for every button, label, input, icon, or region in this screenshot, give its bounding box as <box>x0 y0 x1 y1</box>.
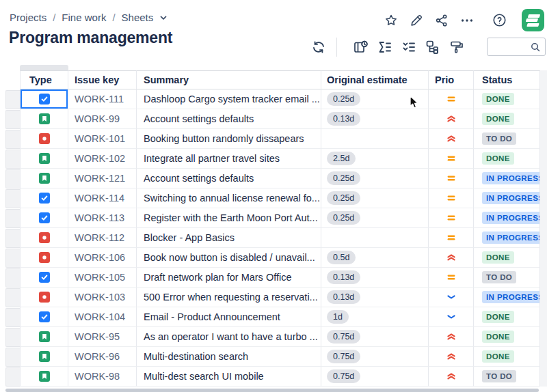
row-handle[interactable] <box>5 229 20 248</box>
cell-type[interactable] <box>20 129 68 149</box>
column-header-type[interactable]: Type <box>20 70 68 89</box>
cell-priority[interactable] <box>429 89 474 109</box>
cell-issue-key[interactable]: WORK-104 <box>68 307 137 327</box>
cell-issue-key[interactable]: WORK-96 <box>68 347 137 367</box>
chevron-down-icon[interactable] <box>158 12 169 23</box>
cell-status[interactable]: IN PROGRESS <box>474 288 540 307</box>
cell-summary[interactable]: Account settings defaults <box>137 169 321 188</box>
more-icon[interactable] <box>459 12 475 29</box>
cell-type[interactable] <box>20 268 68 288</box>
cell-issue-key[interactable]: WORK-95 <box>68 327 137 347</box>
cell-summary[interactable]: Integrate all partner travel sites <box>137 149 321 169</box>
row-handle[interactable] <box>5 90 20 109</box>
share-icon[interactable] <box>433 12 450 29</box>
column-header-summary[interactable]: Summary <box>137 70 321 89</box>
cell-priority[interactable] <box>429 268 474 288</box>
cell-status[interactable]: IN PROGRESS <box>474 188 540 208</box>
row-handle[interactable] <box>5 249 20 268</box>
cell-status[interactable]: DONE <box>474 307 540 327</box>
cell-type[interactable] <box>20 347 68 367</box>
column-header-original-estimate[interactable]: Original estimate <box>321 70 429 89</box>
cell-original-estimate[interactable]: 0.25d <box>321 169 429 188</box>
column-header-prio[interactable]: Prio <box>429 70 474 89</box>
breadcrumb-projects[interactable]: Projects <box>10 12 46 23</box>
cell-type[interactable] <box>20 248 68 268</box>
cell-type[interactable] <box>20 367 68 387</box>
star-icon[interactable] <box>383 12 399 29</box>
cell-type[interactable] <box>20 109 68 129</box>
checklist-icon[interactable] <box>401 39 417 55</box>
row-handle[interactable] <box>5 308 20 327</box>
cell-summary[interactable]: Email - Product Announcement <box>137 307 321 327</box>
cell-status[interactable]: TO DO <box>474 268 540 288</box>
cell-summary[interactable]: Dashloop Cargo system tracker email ... <box>137 89 321 109</box>
cell-priority[interactable] <box>429 129 474 149</box>
cell-priority[interactable] <box>429 149 474 169</box>
cell-summary[interactable]: Blocker - App Basics <box>137 228 321 248</box>
row-handle[interactable] <box>5 288 20 307</box>
hierarchy-icon[interactable] <box>425 39 441 55</box>
row-handle[interactable] <box>5 209 20 228</box>
cell-summary[interactable]: Account settings defaults <box>137 109 321 129</box>
cell-summary[interactable]: Booking button randomly dissapears <box>137 129 321 149</box>
cell-original-estimate[interactable]: 0.13d <box>321 288 429 307</box>
cell-original-estimate[interactable]: 0.5d <box>321 248 429 268</box>
cell-priority[interactable] <box>429 347 474 367</box>
breadcrumb-fine-work[interactable]: Fine work <box>62 12 106 23</box>
cell-status[interactable]: IN PROGRESS <box>474 208 540 228</box>
cell-type[interactable] <box>20 188 68 208</box>
cell-type[interactable] <box>20 208 68 228</box>
cell-issue-key[interactable]: WORK-111 <box>68 89 137 109</box>
cell-type[interactable] <box>20 149 68 169</box>
refresh-icon[interactable] <box>310 39 327 55</box>
cell-issue-key[interactable]: WORK-103 <box>68 288 137 307</box>
cell-status[interactable]: TO DO <box>474 367 540 387</box>
cell-original-estimate[interactable]: 0.25d <box>321 188 429 208</box>
cell-original-estimate[interactable]: 0.13d <box>321 109 429 129</box>
cell-priority[interactable] <box>429 367 474 387</box>
cell-status[interactable]: IN PROGRESS <box>474 169 540 188</box>
cell-type[interactable] <box>20 307 68 327</box>
cell-issue-key[interactable]: WORK-106 <box>68 248 137 268</box>
cell-original-estimate[interactable]: 0.25d <box>321 208 429 228</box>
cell-priority[interactable] <box>429 288 474 307</box>
row-handle[interactable] <box>5 110 20 129</box>
cell-summary[interactable]: 500 Error when requesting a reservati... <box>137 288 321 307</box>
cell-issue-key[interactable]: WORK-101 <box>68 129 137 149</box>
cell-issue-key[interactable]: WORK-112 <box>68 228 137 248</box>
cell-status[interactable]: IN PROGRESS <box>474 228 540 248</box>
cell-priority[interactable] <box>429 188 474 208</box>
cell-summary[interactable]: Switching to annual license renewal fo..… <box>137 188 321 208</box>
app-logo[interactable] <box>522 9 544 31</box>
row-handle[interactable] <box>5 328 20 347</box>
cell-type[interactable] <box>20 327 68 347</box>
row-handle[interactable] <box>5 130 20 149</box>
edit-icon[interactable] <box>408 12 425 29</box>
vertical-scrollbar[interactable] <box>540 70 547 387</box>
cell-status[interactable]: TO DO <box>474 129 540 149</box>
cell-type[interactable] <box>20 169 68 188</box>
cell-summary[interactable]: Draft network plan for Mars Office <box>137 268 321 288</box>
cell-type[interactable] <box>20 228 68 248</box>
cell-original-estimate[interactable] <box>321 228 429 248</box>
cell-issue-key[interactable]: WORK-113 <box>68 208 137 228</box>
cell-status[interactable]: DONE <box>474 327 540 347</box>
cell-original-estimate[interactable]: 0.13d <box>321 268 429 288</box>
cell-issue-key[interactable]: WORK-114 <box>68 188 137 208</box>
cell-issue-key[interactable]: WORK-102 <box>68 149 137 169</box>
cell-original-estimate[interactable] <box>321 129 429 149</box>
cell-original-estimate[interactable]: 0.75d <box>321 347 429 367</box>
details-clock-icon[interactable] <box>353 39 369 55</box>
cell-priority[interactable] <box>429 208 474 228</box>
row-handle[interactable] <box>5 367 20 387</box>
cell-original-estimate[interactable]: 1d <box>321 307 429 327</box>
cell-priority[interactable] <box>429 109 474 129</box>
column-header-status[interactable]: Status <box>474 70 540 89</box>
cell-summary[interactable]: Multi-dest search UI mobile <box>137 367 321 387</box>
cell-priority[interactable] <box>429 248 474 268</box>
cell-priority[interactable] <box>429 307 474 327</box>
cell-original-estimate[interactable]: 2.5d <box>321 149 429 169</box>
cell-status[interactable]: DONE <box>474 149 540 169</box>
search-input[interactable] <box>492 40 533 55</box>
cell-status[interactable]: DONE <box>474 109 540 129</box>
